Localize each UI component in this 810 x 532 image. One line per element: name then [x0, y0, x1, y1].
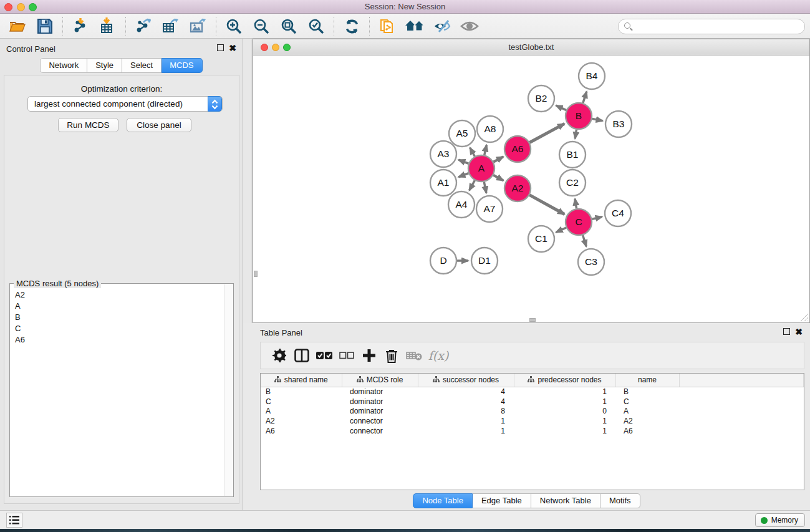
delete-column-icon[interactable]	[380, 346, 403, 365]
zoom-in-icon[interactable]	[223, 16, 244, 37]
save-icon[interactable]	[34, 16, 55, 37]
zoom-out-icon[interactable]	[251, 16, 272, 37]
import-table-icon[interactable]	[97, 16, 118, 37]
run-mcds-button[interactable]: Run MCDS	[58, 118, 118, 132]
cell[interactable]: 4	[418, 397, 514, 407]
edge-A-A2[interactable]	[493, 175, 503, 181]
edge-B-B2[interactable]	[556, 105, 567, 110]
split-columns-icon[interactable]	[291, 346, 313, 365]
edge-C-C3[interactable]	[583, 235, 587, 246]
cell[interactable]: 0	[514, 407, 615, 417]
tab-select[interactable]: Select	[122, 58, 162, 73]
tab-node-table[interactable]: Node Table	[413, 493, 473, 508]
close-panel-button[interactable]: Close panel	[127, 118, 191, 132]
cell[interactable]: C	[261, 397, 342, 407]
network-canvas[interactable]: AA1A2A3A4A5A6A7A8BB1B2B3B4CC1C2C3C4DD1	[253, 56, 809, 322]
table-row[interactable]: Cdominator41C	[261, 397, 804, 407]
edge-C-C1[interactable]	[556, 228, 566, 232]
float-panel-icon[interactable]	[217, 44, 224, 51]
optimization-criterion-dropdown[interactable]: largest connected component (directed)	[27, 96, 223, 112]
edge-C-C4[interactable]	[592, 217, 602, 220]
tab-network-table[interactable]: Network Table	[531, 493, 600, 508]
add-column-icon[interactable]	[358, 346, 380, 365]
copy-network-icon[interactable]	[377, 16, 398, 37]
home-network-icon[interactable]	[404, 16, 425, 37]
tab-style[interactable]: Style	[87, 58, 122, 73]
cell[interactable]: 1	[514, 416, 615, 426]
tab-edge-table[interactable]: Edge Table	[473, 493, 531, 508]
search-input[interactable]	[635, 20, 800, 33]
export-network-icon[interactable]	[133, 16, 154, 37]
network-window-titlebar[interactable]: testGlobe.txt	[253, 39, 809, 56]
hide-selected-icon[interactable]	[432, 16, 453, 37]
cell[interactable]: dominator	[342, 397, 418, 407]
import-network-icon[interactable]	[70, 16, 91, 37]
cell[interactable]: connector	[342, 426, 418, 436]
zoom-selected-icon[interactable]	[306, 16, 327, 37]
canvas-hscroll-thumb[interactable]	[529, 318, 536, 322]
cell[interactable]: 1	[514, 397, 615, 407]
cell[interactable]: C	[615, 397, 679, 407]
edge-A-A3[interactable]	[458, 160, 468, 163]
tab-network[interactable]: Network	[40, 58, 87, 73]
edge-A2-C[interactable]	[529, 195, 564, 215]
cell[interactable]: A6	[615, 426, 679, 436]
zoom-fit-icon[interactable]	[278, 16, 299, 37]
cell[interactable]: 4	[418, 387, 514, 397]
cell[interactable]: dominator	[342, 407, 418, 417]
network-graph[interactable]: AA1A2A3A4A5A6A7A8BB1B2B3B4CC1C2C3C4DD1	[253, 56, 809, 322]
edge-A-A8[interactable]	[485, 145, 487, 155]
memory-button[interactable]: Memory	[755, 513, 805, 527]
gear-icon[interactable]	[268, 346, 291, 365]
result-scrollbar[interactable]	[224, 284, 233, 496]
edge-B-B3[interactable]	[592, 118, 603, 120]
cell[interactable]: A2	[261, 416, 342, 426]
cell[interactable]: A	[615, 407, 679, 417]
table-row[interactable]: Bdominator41B	[261, 387, 804, 397]
result-item[interactable]: A	[11, 300, 224, 311]
cell[interactable]: dominator	[342, 387, 418, 397]
close-table-panel-icon[interactable]: ✖	[795, 328, 803, 336]
column-header-shared-name[interactable]: shared name	[261, 374, 342, 387]
cell[interactable]: 8	[418, 407, 514, 417]
canvas-vscroll-thumb[interactable]	[254, 271, 258, 277]
tab-mcds[interactable]: MCDS	[162, 58, 202, 73]
select-all-checks-icon[interactable]	[313, 346, 335, 365]
table-row[interactable]: Adominator80A	[261, 407, 804, 417]
export-table-icon[interactable]	[160, 16, 181, 37]
tab-motifs[interactable]: Motifs	[600, 493, 640, 508]
edge-C-C2[interactable]	[575, 199, 576, 209]
export-image-icon[interactable]	[188, 16, 209, 37]
delete-table-icon[interactable]	[403, 346, 425, 365]
deselect-all-checks-icon[interactable]	[335, 346, 358, 365]
result-item[interactable]: A6	[11, 334, 224, 345]
cell[interactable]: 1	[418, 426, 514, 436]
cell[interactable]: 1	[418, 416, 514, 426]
float-table-panel-icon[interactable]	[783, 328, 790, 335]
edge-A-A7[interactable]	[484, 182, 486, 193]
result-item[interactable]: A2	[11, 289, 224, 300]
column-header-name[interactable]: name	[615, 374, 679, 387]
cell[interactable]: connector	[342, 416, 418, 426]
refresh-icon[interactable]	[341, 16, 362, 37]
edge-A-A1[interactable]	[458, 173, 468, 177]
cell[interactable]: A	[261, 407, 342, 417]
cell[interactable]: A2	[615, 416, 679, 426]
edge-B-B4[interactable]	[583, 92, 587, 103]
cell[interactable]: B	[615, 387, 679, 397]
task-history-button[interactable]	[6, 513, 22, 528]
close-panel-icon[interactable]: ✖	[229, 44, 236, 52]
edge-A-A5[interactable]	[470, 148, 475, 157]
result-item[interactable]: C	[11, 322, 224, 334]
table-row[interactable]: A6connector11A6	[261, 426, 804, 436]
edge-B-B1[interactable]	[575, 130, 576, 139]
table-row[interactable]: A2connector11A2	[261, 416, 804, 426]
search-box[interactable]	[618, 19, 805, 34]
cell[interactable]: 1	[514, 387, 615, 397]
edge-A-A6[interactable]	[493, 157, 503, 162]
edge-A6-B[interactable]	[529, 123, 564, 142]
cell[interactable]: 1	[514, 426, 615, 436]
cell[interactable]: B	[261, 387, 342, 397]
function-builder-icon[interactable]: f(x)	[425, 346, 448, 365]
open-folder-icon[interactable]	[7, 16, 28, 37]
